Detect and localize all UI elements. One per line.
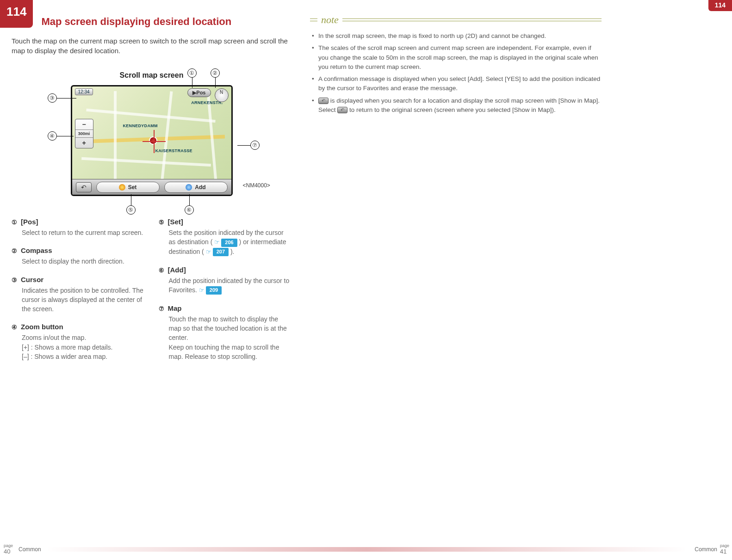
zoom-control[interactable]: − 300mi +	[75, 119, 93, 148]
map-clock: 12:34	[75, 88, 93, 95]
callout-3: ③	[48, 93, 57, 103]
figure-wrap: ARNEKENSTR. KENNEDYDAMM KAISERSTRASSE 12…	[71, 85, 233, 196]
footer-divider	[46, 547, 688, 552]
description-column-right: ⑤ [Set] Sets the position indicated by t…	[159, 218, 292, 370]
callout-7: ⑦	[250, 141, 260, 150]
zoom-distance-label: 300mi	[75, 130, 93, 138]
desc-item-pos: ① [Pos] Select to return to the current …	[12, 218, 145, 237]
footer-section-left: Common	[19, 546, 41, 553]
street-label-2: KENNEDYDAMM	[123, 123, 158, 128]
description-column-left: ① [Pos] Select to return to the current …	[12, 218, 145, 370]
desc-item-compass: ② Compass Select to display the north di…	[12, 246, 145, 266]
pos-button[interactable]: ▶Pos	[187, 88, 211, 97]
callout-1: ①	[187, 68, 197, 78]
note-item: ↶ is displayed when you search for a loc…	[312, 96, 602, 115]
back-arrow-icon: ↶	[318, 98, 329, 104]
desc-item-map: ⑦ Map Touch the map to switch to display…	[159, 304, 292, 361]
desc-body: Zooms in/out the map. [+] : Shows a more…	[12, 333, 145, 361]
left-page-column: 114 Map screen displaying desired locati…	[0, 9, 301, 370]
note-list: In the scroll map screen, the map is fix…	[310, 31, 602, 115]
add-button[interactable]: Add	[164, 182, 228, 193]
compass-button[interactable]: N	[215, 88, 229, 102]
right-page-column: note In the scroll map screen, the map i…	[301, 9, 602, 370]
figure-caption: Scroll map screen	[12, 71, 292, 80]
desc-num: ⑤	[159, 219, 164, 226]
desc-body: Sets the position indicated by the curso…	[159, 228, 292, 257]
callout-5: ⑤	[126, 205, 136, 215]
desc-num: ②	[12, 247, 17, 254]
page-ref-207: ☞ 207	[206, 248, 229, 257]
page-ref-209: ☞ 209	[199, 286, 222, 295]
desc-item-cursor: ③ Cursor Indicates the position to be co…	[12, 276, 145, 314]
zoom-minus-button[interactable]: −	[75, 119, 93, 130]
note-item: A confirmation message is displayed when…	[312, 74, 602, 93]
desc-title: Cursor	[21, 276, 43, 283]
desc-title: Compass	[21, 246, 52, 254]
desc-title: [Set]	[168, 218, 183, 226]
desc-body: Add the position indicated by the cursor…	[159, 276, 292, 295]
desc-title: Zoom button	[21, 323, 63, 331]
zoom-plus-button[interactable]: +	[75, 138, 93, 148]
map-screenshot: ARNEKENSTR. KENNEDYDAMM KAISERSTRASSE 12…	[71, 85, 233, 196]
desc-body: Touch the map to switch to display the m…	[159, 314, 292, 361]
page-footer: page 40 Common Common page 41	[0, 543, 732, 555]
back-button[interactable]: ↶	[76, 182, 92, 192]
desc-body: Select to display the north direction.	[12, 257, 145, 266]
desc-item-set: ⑤ [Set] Sets the position indicated by t…	[159, 218, 292, 257]
footer-right: Common page 41	[692, 544, 732, 555]
corner-page-number: 114	[708, 0, 732, 11]
map-cursor-icon	[149, 136, 157, 145]
desc-title: [Add]	[168, 266, 186, 274]
footer-section-right: Common	[695, 546, 717, 553]
note-item: In the scroll map screen, the map is fix…	[312, 31, 602, 41]
page-title: Map screen displaying desired location	[33, 9, 231, 28]
back-arrow-icon: ↶	[337, 107, 347, 113]
desc-num: ⑥	[159, 267, 164, 274]
callout-6: ⑥	[185, 205, 194, 215]
desc-num: ③	[12, 277, 17, 283]
page-content: 114 Map screen displaying desired locati…	[0, 0, 732, 370]
note-item: The scales of the scroll map screen and …	[312, 43, 602, 72]
desc-body: Select to return to the current map scre…	[12, 228, 145, 237]
desc-item-add: ⑥ [Add] Add the position indicated by th…	[159, 266, 292, 295]
desc-body: Indicates the position to be controlled.…	[12, 286, 145, 314]
header-row: 114 Map screen displaying desired locati…	[12, 9, 292, 28]
desc-num: ⑦	[159, 305, 164, 312]
callout-4: ④	[48, 131, 57, 141]
page-ref-206: ☞ 206	[214, 238, 237, 247]
add-button-label: Add	[195, 184, 205, 191]
footer-left: page 40 Common	[0, 544, 41, 555]
map-bottom-bar: ↶ Set Add	[72, 179, 231, 195]
figure-block: Scroll map screen ARNEKENSTR. KENNEDYDAM…	[12, 71, 292, 197]
intro-paragraph: Touch the map on the current map screen …	[12, 36, 292, 55]
set-icon	[119, 184, 125, 191]
description-columns: ① [Pos] Select to return to the current …	[12, 218, 292, 370]
desc-title: [Pos]	[21, 218, 38, 226]
desc-title: Map	[168, 304, 182, 312]
device-model-label: <NM4000>	[243, 182, 270, 189]
street-label-3: KAISERSTRASSE	[155, 148, 192, 153]
callout-2: ②	[211, 68, 220, 78]
desc-item-zoom: ④ Zoom button Zooms in/out the map. [+] …	[12, 323, 145, 361]
desc-num: ①	[12, 219, 17, 226]
set-button[interactable]: Set	[96, 182, 160, 193]
add-icon	[186, 184, 192, 191]
page-number-badge: 114	[0, 0, 33, 28]
set-button-label: Set	[128, 184, 137, 191]
note-heading: note	[310, 14, 602, 26]
desc-num: ④	[12, 324, 17, 331]
